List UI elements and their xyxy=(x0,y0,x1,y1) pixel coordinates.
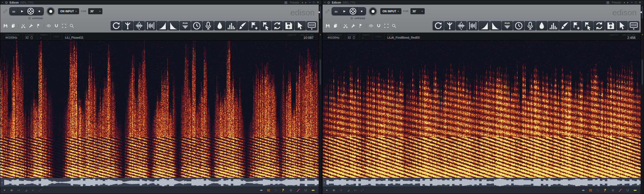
normalize-button[interactable] xyxy=(134,21,145,30)
minimize-button[interactable]: – xyxy=(309,1,311,4)
claw-button[interactable] xyxy=(122,21,133,30)
title-field[interactable]: TITLE LiLi_Pissed11 xyxy=(62,33,284,40)
stretch-arrows-button[interactable] xyxy=(311,189,315,192)
marker-add-button[interactable] xyxy=(249,21,260,30)
presets-prev-button[interactable]: ◂ xyxy=(623,1,625,4)
resample-button[interactable] xyxy=(272,21,283,30)
title-field[interactable]: TITLE LiLiA_FirstBlood_Red00 xyxy=(384,33,606,40)
snap-next-button[interactable] xyxy=(31,189,35,192)
stop-button[interactable]: ■ xyxy=(357,7,366,15)
append-toggle[interactable]: APPEND xyxy=(28,16,317,20)
link-chain-button[interactable] xyxy=(360,189,364,192)
wrench-button[interactable] xyxy=(28,24,33,28)
marker-flag-button[interactable] xyxy=(281,189,286,192)
save-new-button[interactable] xyxy=(605,21,616,30)
loop-button[interactable]: ∞ xyxy=(10,7,18,15)
clock-button[interactable] xyxy=(191,21,202,30)
save-button[interactable] xyxy=(3,24,8,28)
marker-add-button[interactable] xyxy=(571,21,582,30)
titlebar[interactable]: ▸ Edison (MXL 770) Presets ◂ ▸ – □ × xyxy=(323,0,644,5)
fade-in-button[interactable] xyxy=(157,21,168,30)
run-script-button[interactable]: RUN xyxy=(180,21,191,30)
reverse-button[interactable] xyxy=(111,21,122,30)
link-chain-button[interactable] xyxy=(38,189,42,192)
record-trigger-select[interactable]: ON INPUT▸ xyxy=(58,8,79,14)
view-fit-button[interactable] xyxy=(628,21,639,30)
wave-edit-button[interactable] xyxy=(10,189,14,192)
select-button[interactable] xyxy=(384,24,389,28)
speaker-icon[interactable] xyxy=(640,10,643,14)
zoom-search-button[interactable] xyxy=(392,24,396,28)
save-button[interactable] xyxy=(325,24,330,28)
arrow-send-button[interactable] xyxy=(259,189,263,192)
select-button[interactable] xyxy=(62,24,67,28)
freeze-button[interactable] xyxy=(289,189,293,192)
levels-button[interactable] xyxy=(589,189,593,192)
marker-select-button[interactable] xyxy=(260,21,271,30)
dropdown-arrow-button[interactable] xyxy=(325,189,329,192)
resample-button[interactable] xyxy=(594,21,605,30)
stretch-arrows-button[interactable] xyxy=(633,189,637,192)
format-type-icon[interactable] xyxy=(352,36,355,39)
eq-bars-button[interactable] xyxy=(226,21,237,30)
gear-icon[interactable] xyxy=(5,1,8,4)
wrench-button[interactable] xyxy=(351,24,356,28)
magnet-button[interactable] xyxy=(376,24,381,28)
levels-dim-button[interactable] xyxy=(274,189,278,192)
copy-button[interactable] xyxy=(11,24,16,28)
format-type-icon[interactable] xyxy=(30,36,33,39)
mic-button[interactable] xyxy=(203,21,214,30)
fade-tool-button[interactable] xyxy=(24,189,28,192)
copy-button[interactable] xyxy=(333,24,338,28)
reverse-button[interactable] xyxy=(433,21,444,30)
droplet-button[interactable] xyxy=(214,21,225,30)
titlebar[interactable]: ▸ Edison (MXL 770) Presets ◂ ▸ – □ × xyxy=(0,0,322,5)
fade-in-button[interactable] xyxy=(479,21,490,30)
snap-prev-button[interactable] xyxy=(17,189,21,192)
grid-icon[interactable] xyxy=(284,1,288,4)
trim-button[interactable] xyxy=(467,21,478,30)
play-button[interactable]: ▶ xyxy=(18,7,27,15)
scroll-left-button[interactable]: ‹ xyxy=(323,178,326,187)
record-button[interactable] xyxy=(47,7,55,15)
trim-button[interactable] xyxy=(145,21,156,30)
freeze-button[interactable] xyxy=(611,189,615,192)
normalize-button[interactable] xyxy=(456,21,467,30)
mic-button[interactable] xyxy=(525,21,536,30)
spectrogram-display[interactable] xyxy=(0,41,322,178)
waveform-overview[interactable] xyxy=(4,178,322,187)
grid-icon[interactable] xyxy=(606,1,610,4)
speaker-icon[interactable] xyxy=(318,10,321,14)
claw-button[interactable] xyxy=(444,21,455,30)
duration-select[interactable]: 30'▸ xyxy=(88,8,102,14)
scissors-button[interactable] xyxy=(21,24,26,28)
gear-icon[interactable] xyxy=(327,1,330,4)
smooth-curve-button[interactable] xyxy=(618,189,622,192)
cursor-drag-button[interactable] xyxy=(295,21,306,30)
eye-button[interactable] xyxy=(46,24,51,28)
append-toggle[interactable]: APPEND xyxy=(350,16,639,20)
view-fit-button[interactable] xyxy=(306,21,317,30)
levels-button[interactable] xyxy=(267,189,271,192)
record-trigger-select[interactable]: ON INPUT▸ xyxy=(380,8,401,14)
minimize-button[interactable]: – xyxy=(631,1,633,4)
wave-edit-button[interactable] xyxy=(332,189,336,192)
right-scrollbar[interactable]: = xyxy=(641,5,644,194)
eq-bars-button[interactable] xyxy=(548,21,559,30)
levels-dim-button[interactable] xyxy=(596,189,600,192)
arrow-send-button[interactable] xyxy=(581,189,585,192)
record-button[interactable] xyxy=(369,7,377,15)
spectrogram-display[interactable] xyxy=(323,41,644,178)
presets-prev-button[interactable]: ◂ xyxy=(301,1,303,4)
stop-button[interactable]: ■ xyxy=(35,7,44,15)
scissors-button[interactable] xyxy=(343,24,348,28)
save-new-button[interactable] xyxy=(283,21,294,30)
presets-next-button[interactable]: ▸ xyxy=(305,1,307,4)
droplet-button[interactable] xyxy=(536,21,547,30)
marker-flag-button[interactable] xyxy=(603,189,608,192)
brush-button[interactable] xyxy=(237,21,248,30)
marker-select-button[interactable] xyxy=(582,21,593,30)
scrollbar-handle[interactable] xyxy=(320,59,321,85)
smooth-curve-button[interactable] xyxy=(296,189,300,192)
four-dot-button[interactable] xyxy=(27,7,35,15)
